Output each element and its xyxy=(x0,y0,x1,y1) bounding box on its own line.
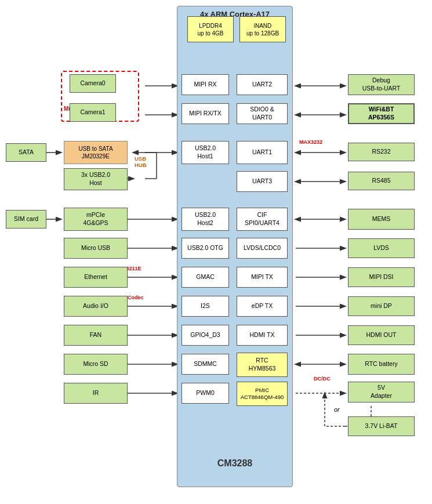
fan-block: FAN xyxy=(64,325,128,346)
rtc-block: RTC HYM8563 xyxy=(237,353,288,377)
usb2-host2-block: USB2.0 Host2 xyxy=(181,208,229,231)
li-bat-block: 3.7V Li-BAT xyxy=(348,416,415,436)
hdmi-tx-block: HDMI TX xyxy=(237,325,288,346)
lvds-block: LVDS xyxy=(348,238,415,258)
uart1-block: UART1 xyxy=(237,141,288,164)
gmac-block: GMAC xyxy=(181,267,229,288)
micro-usb-block: Micro USB xyxy=(64,238,128,259)
usb-hub-label: USBHUB xyxy=(135,155,147,169)
camera1-block: Camera1 xyxy=(70,103,116,122)
mipi-rxtx-block: MIPI RX/TX xyxy=(181,103,229,124)
codec-label: Codec xyxy=(128,295,144,300)
wifi-bt-block: WiFi&BT AP6356S xyxy=(348,103,415,124)
edp-tx-block: eDP TX xyxy=(237,296,288,317)
mipi-rx-block: MIPI RX xyxy=(181,74,229,95)
mipi-dsi-block: MIPI DSI xyxy=(348,267,415,287)
dc-dc-label: DC/DC xyxy=(314,376,331,382)
ir-block: IR xyxy=(64,383,128,404)
sim-card-block: SIM card xyxy=(6,210,46,229)
micro-sd-block: Micro SD xyxy=(64,354,128,375)
pmic-block: PMIC ACT8846QM-490 xyxy=(237,382,288,406)
cif-spi-uart4-block: CIF SPI0/UART4 xyxy=(237,208,288,231)
usb2-otg-block: USB2.0 OTG xyxy=(181,238,229,259)
lvds-lcdc0-block: LVDS/LCDC0 xyxy=(237,238,288,259)
camera0-block: Camera0 xyxy=(70,74,116,93)
lpddr4-block: LPDDR4 up to 4GB xyxy=(187,16,234,42)
rs485-block: RS485 xyxy=(348,172,415,190)
mipi-tx-block: MIPI TX xyxy=(237,267,288,288)
usb20-host-block: 3x USB2.0 Host xyxy=(64,168,128,190)
sdio0-uart0-block: SDIO0 & UART0 xyxy=(237,103,288,124)
center-bottom-label: CM3288 xyxy=(177,458,293,469)
mpcie-block: mPCIe 4G&GPS xyxy=(64,208,128,231)
diagram-container: 4x ARM Cortex-A17 CM3288 LPDDR4 up to 4G… xyxy=(0,0,432,504)
audio-io-block: Audio I/O xyxy=(64,296,128,317)
ethernet-block: Ethernet xyxy=(64,267,128,288)
uart2-block: UART2 xyxy=(237,74,288,95)
sdmmc-block: SDMMC xyxy=(181,354,229,375)
uart3-block: UART3 xyxy=(237,171,288,192)
rs232-block: RS232 xyxy=(348,143,415,161)
i2s-block: I2S xyxy=(181,296,229,317)
usb2-host1-block: USB2.0 Host1 xyxy=(181,141,229,164)
mems-block: MEMS xyxy=(348,209,415,230)
rtc-battery-block: RTC battery xyxy=(348,354,415,375)
sata-block: SATA xyxy=(6,143,46,162)
max3232-label: MAX3232 xyxy=(299,139,322,145)
gpio4-d3-block: GPIO4_D3 xyxy=(181,325,229,346)
hdmi-out-block: HDMI OUT xyxy=(348,325,415,345)
or-label: or xyxy=(334,406,340,413)
pwm0-block: PWM0 xyxy=(181,383,229,404)
debug-usb-block: Debug USB-to-UART xyxy=(348,74,415,95)
mini-dp-block: mini DP xyxy=(348,296,415,316)
inand-block: iNAND up to 128GB xyxy=(239,16,286,42)
5v-adapter-block: 5V Adapter xyxy=(348,382,415,403)
usb-to-sata-block: USB to SATA JM20329E xyxy=(64,141,128,164)
